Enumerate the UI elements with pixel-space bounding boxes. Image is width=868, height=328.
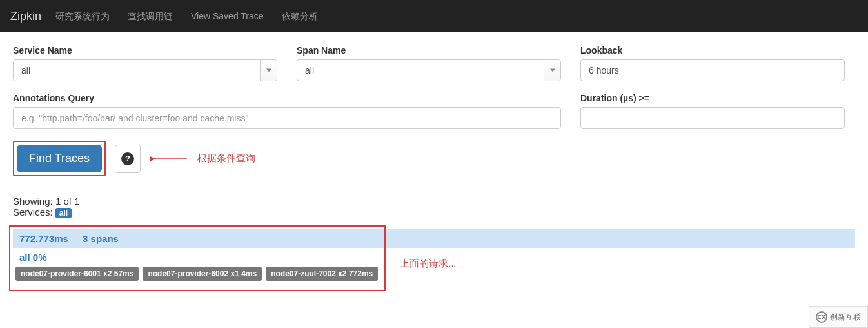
question-icon: ? (121, 152, 134, 165)
brand[interactable]: Zipkin (10, 10, 41, 23)
service-tag: node07-provider-6002 x1 4ms (143, 267, 262, 281)
service-name-label: Service Name (13, 45, 277, 56)
nav-item-view-saved-trace[interactable]: View Saved Trace (182, 0, 273, 32)
services-badge: all (55, 208, 72, 218)
find-hint-annotation: 根据条件查询 (197, 152, 255, 165)
annotations-query-label: Annotations Query (13, 93, 561, 103)
help-button[interactable]: ? (115, 145, 141, 173)
showing-of: of (61, 196, 74, 207)
find-traces-highlight: Find Traces (13, 141, 106, 176)
trace-result[interactable]: 772.773ms 3 spans all 0% node07-provider… (13, 229, 855, 287)
service-tag: node07-provider-6001 x2 57ms (15, 267, 139, 281)
duration-label: Duration (µs) >= (580, 93, 845, 103)
find-traces-button[interactable]: Find Traces (17, 145, 102, 172)
showing-prefix: Showing: (13, 196, 55, 207)
trace-header: 772.773ms 3 spans (13, 229, 855, 248)
service-name-value: all (21, 65, 30, 76)
showing-line: Showing: 1 of 1 (13, 196, 855, 207)
span-name-label: Span Name (297, 45, 561, 56)
span-name-select[interactable]: all (297, 59, 561, 81)
arrow-icon (150, 152, 188, 165)
trace-subline: all 0% (13, 248, 855, 267)
search-form: Service Name all Span Name all Lookback … (0, 32, 868, 300)
lookback-value: 6 hours (589, 65, 619, 76)
services-line: Services: all (13, 207, 855, 218)
chevron-down-icon (266, 69, 271, 72)
annotations-query-input[interactable] (13, 107, 561, 129)
services-label: Services: (13, 207, 55, 218)
nav-item-dependencies[interactable]: 依赖分析 (273, 0, 327, 32)
showing-shown: 1 (55, 196, 61, 207)
navbar: Zipkin 研究系统行为 查找调用链 View Saved Trace 依赖分… (0, 0, 868, 32)
nav-item-find-trace[interactable]: 查找调用链 (119, 0, 182, 32)
trace-span-count: 3 spans (83, 233, 119, 244)
summary: Showing: 1 of 1 Services: all (13, 196, 855, 218)
nav-item-investigate[interactable]: 研究系统行为 (46, 0, 119, 32)
lookback-label: Lookback (580, 45, 845, 56)
service-tag: node07-zuul-7002 x2 772ms (266, 267, 378, 281)
trace-duration: 772.773ms (19, 233, 68, 244)
showing-total: 1 (74, 196, 79, 207)
trace-tags: node07-provider-6001 x2 57ms node07-prov… (13, 267, 855, 287)
chevron-down-icon (550, 69, 555, 72)
lookback-select[interactable]: 6 hours (580, 59, 845, 81)
span-name-value: all (305, 65, 314, 76)
service-name-select[interactable]: all (13, 59, 277, 81)
duration-input[interactable] (580, 107, 845, 129)
